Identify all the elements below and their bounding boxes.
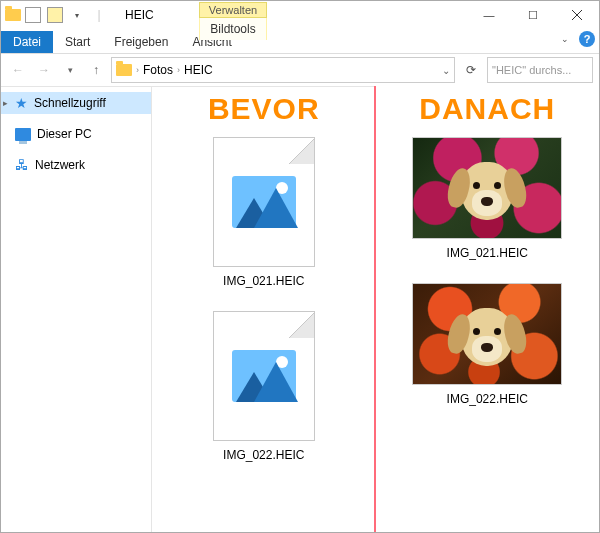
search-input[interactable] [487,57,593,83]
content-pane: BEVOR IMG_021.HEIC [152,86,599,532]
contextual-header: Verwalten [199,2,267,18]
navpane-label: Schnellzugriff [34,96,106,110]
title-bar: ▾ | HEIC — ☐ [1,1,599,29]
navpane-quick-access[interactable]: ▸ ★ Schnellzugriff [1,92,151,114]
recent-locations[interactable]: ▾ [59,59,81,81]
contextual-tab-group: Verwalten Bildtools [199,2,267,40]
file-name: IMG_021.HEIC [223,274,304,288]
file-tab[interactable]: Datei [1,31,53,53]
refresh-button[interactable]: ⟳ [459,58,483,82]
qat-item[interactable] [45,5,65,25]
file-item[interactable]: IMG_022.HEIC [412,284,562,406]
file-name: IMG_022.HEIC [447,392,528,406]
quick-access-toolbar: ▾ | [1,5,113,25]
up-button[interactable]: ↑ [85,59,107,81]
before-column: BEVOR IMG_021.HEIC [152,86,376,532]
explorer-window: ▾ | HEIC — ☐ Datei Start Freigeben Ansic… [0,0,600,533]
breadcrumb-segment[interactable]: Fotos [143,63,173,77]
folder-icon [5,9,21,21]
ribbon-tabs: Datei Start Freigeben Ansicht Verwalten … [1,29,599,54]
file-name: IMG_021.HEIC [447,246,528,260]
window-controls: — ☐ [467,1,599,29]
qat-item[interactable] [23,5,43,25]
after-column: DANACH IMG_021.HEIC [376,86,600,532]
navpane-this-pc[interactable]: Dieser PC [1,124,151,144]
generic-file-thumbnail [200,312,328,440]
maximize-button[interactable]: ☐ [511,1,555,29]
file-name: IMG_022.HEIC [223,448,304,462]
before-header: BEVOR [208,92,320,126]
forward-button[interactable]: → [33,59,55,81]
file-item[interactable]: IMG_021.HEIC [200,138,328,288]
contextual-tab[interactable]: Bildtools [199,18,267,40]
navpane-network[interactable]: 🖧 Netzwerk [1,154,151,176]
minimize-button[interactable]: — [467,1,511,29]
network-icon: 🖧 [15,157,29,173]
address-bar[interactable]: › Fotos › HEIC ⌄ [111,57,455,83]
star-icon: ★ [15,95,28,111]
file-item[interactable]: IMG_022.HEIC [200,312,328,462]
after-header: DANACH [419,92,555,126]
navigation-pane: ▸ ★ Schnellzugriff Dieser PC 🖧 Netzwerk [1,86,152,532]
tab-share[interactable]: Freigeben [102,31,180,53]
window-title: HEIC [125,8,154,22]
navpane-label: Netzwerk [35,158,85,172]
navpane-label: Dieser PC [37,127,92,141]
qat-divider: | [89,5,109,25]
folder-icon [116,64,132,76]
tab-start[interactable]: Start [53,31,102,53]
image-thumbnail [412,284,562,384]
expand-icon[interactable]: ▸ [3,98,8,108]
close-button[interactable] [555,1,599,29]
navigation-bar: ← → ▾ ↑ › Fotos › HEIC ⌄ ⟳ [1,54,599,87]
back-button[interactable]: ← [7,59,29,81]
image-thumbnail [412,138,562,238]
help-icon[interactable]: ? [579,31,595,47]
qat-overflow[interactable]: ▾ [67,5,87,25]
pc-icon [15,128,31,141]
explorer-body: ▸ ★ Schnellzugriff Dieser PC 🖧 Netzwerk … [1,86,599,532]
chevron-right-icon: › [177,65,180,75]
chevron-right-icon: › [136,65,139,75]
address-dropdown-icon[interactable]: ⌄ [442,65,450,76]
file-item[interactable]: IMG_021.HEIC [412,138,562,260]
breadcrumb-segment[interactable]: HEIC [184,63,213,77]
ribbon-collapse-icon[interactable]: ⌄ [561,34,569,44]
generic-file-thumbnail [200,138,328,266]
